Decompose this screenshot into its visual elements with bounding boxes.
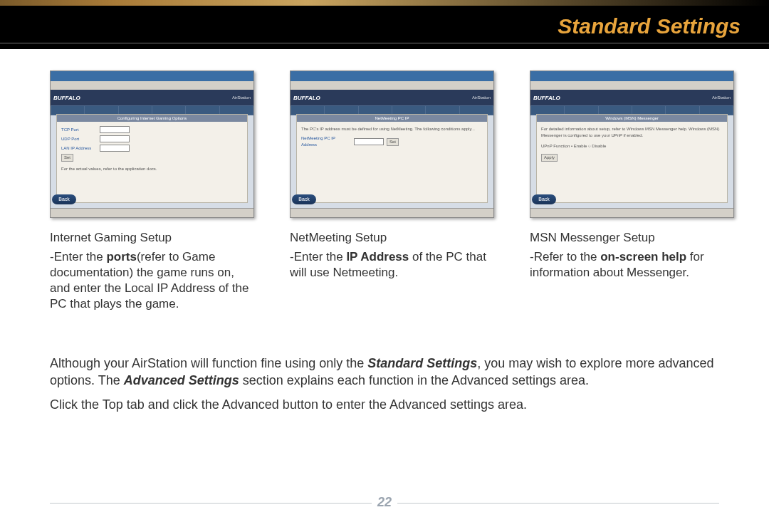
back-button[interactable]: Back [52,194,76,204]
caption-body: -Refer to the on-screen help for informa… [530,249,734,281]
column-msn: BUFFALOAirStation Windows (MSN) Messenge… [530,71,734,281]
field-label: TCP Port [61,127,97,133]
text-input[interactable] [100,145,130,152]
set-button[interactable]: Set [387,138,399,146]
page-title: Standard Settings [558,14,741,38]
panel-heading: Windows (MSN) Messenger [537,115,727,122]
body-paragraph-1: Although your AirStation will function f… [50,355,719,389]
page-number: 22 [372,495,397,510]
screenshot-msn: BUFFALOAirStation Windows (MSN) Messenge… [530,71,734,218]
screenshot-gaming: BUFFALOAirStation Configuring Internet G… [50,71,254,218]
column-gaming: BUFFALOAirStation Configuring Internet G… [50,71,254,312]
divider-thick [0,43,769,49]
field-label: NetMeeting PC IP Address [301,135,351,148]
brand-sub: AirStation [712,95,731,100]
panel-heading: NetMeeting PC IP [297,115,487,122]
text-input[interactable] [100,126,130,133]
caption-body: -Enter the IP Address of the PC that wil… [290,249,494,281]
brand-logo: BUFFALO [533,95,560,101]
text-input[interactable] [354,138,384,145]
note-text: For detailed information about setup, re… [541,126,723,139]
caption-title: Internet Gaming Setup [50,231,254,245]
back-button[interactable]: Back [532,194,556,204]
brand-logo: BUFFALO [293,95,320,101]
note-text: The PC's IP address must be defined for … [301,126,483,132]
text-input[interactable] [100,135,130,142]
radio-row[interactable]: UPnP Function • Enable ○ Disable [541,143,723,150]
brand-sub: AirStation [232,95,251,100]
brand-sub: AirStation [472,95,491,100]
set-button[interactable]: Set [61,154,73,162]
caption-body: -Enter the ports(refer to Game documenta… [50,249,254,312]
screenshot-netmeeting: BUFFALOAirStation NetMeeting PC IP The P… [290,71,494,218]
column-netmeeting: BUFFALOAirStation NetMeeting PC IP The P… [290,71,494,281]
body-paragraph-2: Click the Top tab and click the Advanced… [50,396,719,413]
brand-logo: BUFFALO [53,95,80,101]
field-label: UDP Port [61,136,97,142]
header-bar: Standard Settings [0,0,769,43]
back-button[interactable]: Back [292,194,316,204]
page-footer: 22 [0,495,769,513]
field-label: LAN IP Address [61,145,97,152]
caption-title: NetMeeting Setup [290,231,494,245]
apply-button[interactable]: Apply [541,154,558,162]
note-text: For the actual values, refer to the appl… [61,166,243,172]
columns-row: BUFFALOAirStation Configuring Internet G… [50,71,719,312]
caption-title: MSN Messenger Setup [530,231,734,245]
panel-heading: Configuring Internet Gaming Options [57,115,247,122]
